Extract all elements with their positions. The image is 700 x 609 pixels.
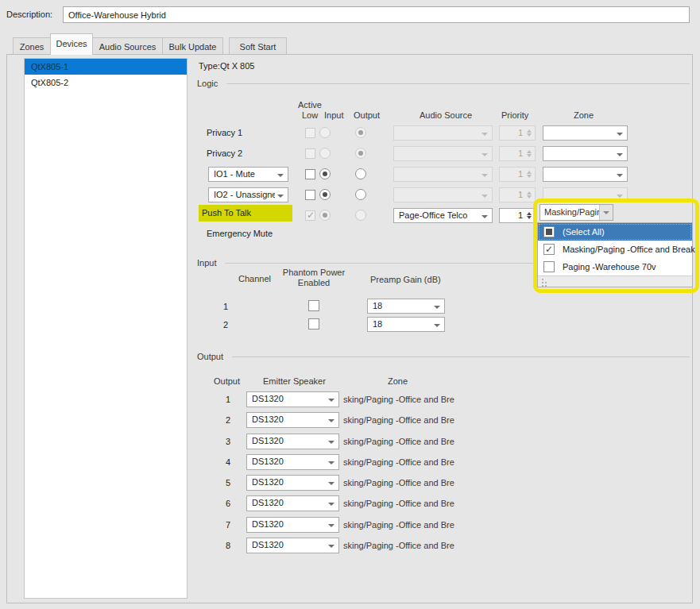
col-header-phantom-power: Phantom Power Enabled [278, 268, 350, 288]
output-zone-label: sking/Paging -Office and Bre [343, 478, 454, 488]
col-header-zone: Zone [388, 376, 408, 386]
priority-spinner: 1 [499, 125, 536, 141]
zone-combo [543, 187, 628, 202]
col-header-priority: Priority [501, 110, 528, 120]
chevron-down-icon [277, 174, 284, 177]
emitter-speaker-combo[interactable]: DS1320 [246, 391, 339, 407]
spinner-up-icon[interactable] [527, 212, 532, 215]
output-number: 7 [219, 520, 230, 530]
chevron-down-icon [328, 524, 335, 527]
col-header-zone: Zone [574, 110, 594, 120]
emitter-speaker-combo[interactable]: DS1320 [246, 495, 339, 511]
phantom-power-checkbox[interactable] [308, 318, 319, 330]
zone-combo[interactable] [543, 167, 628, 182]
type-label: Type: [199, 61, 220, 71]
chevron-down-icon [481, 133, 488, 136]
chevron-down-icon [481, 174, 488, 177]
emitter-speaker-combo[interactable]: DS1320 [246, 434, 339, 449]
input-section-label: Input [197, 258, 216, 268]
select-all-checkbox[interactable] [543, 226, 555, 237]
audio-source-combo [393, 167, 493, 182]
chevron-down-icon [481, 215, 488, 218]
output-section-label: Output [197, 352, 223, 361]
priority-spinner[interactable]: 1 [499, 208, 536, 223]
spinner-down-icon[interactable] [527, 216, 532, 219]
active-low-checkbox[interactable] [305, 169, 315, 179]
chevron-down-icon [434, 306, 440, 309]
output-radio [355, 148, 366, 159]
type-value: Qt X 805 [220, 61, 254, 71]
output-section-divider [232, 357, 690, 357]
device-list-item-qtx805-1[interactable]: QtX805-1 [25, 59, 187, 75]
tab-soft-start[interactable]: Soft Start [229, 37, 287, 55]
spinner-down-icon [527, 175, 532, 178]
col-header-channel: Channel [238, 274, 271, 283]
option-checkbox[interactable] [543, 244, 555, 255]
push-to-talk-highlight: Push To Talk [199, 205, 292, 222]
spinner-down-icon [527, 195, 532, 199]
col-header-output: Output [214, 376, 240, 386]
output-radio [355, 210, 366, 221]
preamp-gain-combo[interactable]: 18 [367, 317, 445, 332]
chevron-down-icon [328, 419, 335, 422]
chevron-down-icon [328, 503, 335, 506]
tab-devices[interactable]: Devices [50, 33, 93, 55]
io1-function-combo[interactable]: IO1 - Mute [208, 167, 288, 182]
priority-spinner: 1 [499, 187, 536, 202]
audio-source-combo[interactable]: Page-Office Telco [393, 208, 493, 223]
spinner-up-icon [527, 129, 532, 133]
description-input[interactable] [63, 6, 690, 23]
tab-zones[interactable]: Zones [13, 37, 51, 55]
spinner-up-icon [527, 191, 532, 195]
privacy-2-label: Privacy 2 [207, 148, 242, 158]
col-header-active: Active [298, 100, 322, 110]
input-radio[interactable] [319, 189, 331, 200]
input-radio [319, 127, 331, 138]
output-radio[interactable] [355, 189, 366, 200]
io2-function-combo[interactable]: IO2 - Unassigned [208, 187, 288, 202]
tab-bulk-update[interactable]: Bulk Update [162, 37, 223, 55]
zone-option-select-all[interactable]: (Select All) [538, 223, 692, 241]
app-window: { "description": {"label": "Description:… [0, 0, 700, 609]
chevron-down-icon[interactable] [599, 205, 613, 220]
phantom-power-checkbox[interactable] [308, 300, 319, 311]
zone-option-masking-paging-office[interactable]: Masking/Paging -Office and Break [538, 241, 692, 258]
channel-number: 2 [223, 320, 228, 330]
resize-grip-icon[interactable] [538, 276, 692, 287]
emitter-speaker-combo[interactable]: DS1320 [246, 475, 339, 491]
preamp-gain-combo[interactable]: 18 [367, 299, 445, 314]
audio-source-combo [393, 187, 493, 202]
emitter-speaker-combo[interactable]: DS1320 [246, 454, 339, 470]
output-number: 8 [219, 541, 230, 550]
tab-audio-sources[interactable]: Audio Sources [92, 37, 163, 55]
zone-combo[interactable] [543, 146, 628, 161]
output-radio [355, 127, 366, 138]
emitter-speaker-combo[interactable]: DS1320 [246, 538, 339, 553]
emitter-speaker-combo[interactable]: DS1320 [246, 412, 339, 428]
audio-source-combo [393, 146, 493, 161]
output-zone-label: sking/Paging -Office and Bre [343, 395, 454, 404]
output-zone-label: sking/Paging -Office and Bre [343, 499, 454, 508]
col-header-emitter-speaker: Emitter Speaker [263, 376, 326, 386]
option-checkbox[interactable] [543, 261, 555, 272]
channel-number: 1 [223, 302, 228, 311]
spinner-up-icon [527, 171, 532, 174]
logic-row-push-to-talk: Push To Talk Page-Office Telco 1 [199, 208, 693, 224]
zone-option-paging-warehouse[interactable]: Paging -Warehouse 70v [538, 258, 692, 276]
logic-row-io1: IO1 - Mute 1 [199, 167, 693, 183]
output-zone-label: sking/Paging -Office and Bre [343, 457, 454, 467]
description-label: Description: [6, 10, 52, 19]
device-list-item-qtx805-2[interactable]: QtX805-2 [25, 75, 187, 91]
active-low-checkbox[interactable] [305, 190, 315, 200]
output-radio[interactable] [355, 168, 366, 179]
output-zone-label: sking/Paging -Office and Bre [343, 520, 454, 530]
output-number: 3 [219, 437, 230, 446]
emergency-mute-label: Emergency Mute [207, 229, 273, 238]
output-number: 5 [219, 478, 230, 488]
zone-combo-open[interactable]: Masking/Pagin... [540, 204, 613, 221]
zone-combo[interactable] [543, 125, 628, 141]
input-radio[interactable] [319, 168, 331, 179]
emitter-speaker-combo[interactable]: DS1320 [246, 517, 339, 533]
priority-spinner: 1 [499, 167, 536, 182]
col-header-preamp-gain: Preamp Gain (dB) [370, 275, 441, 284]
